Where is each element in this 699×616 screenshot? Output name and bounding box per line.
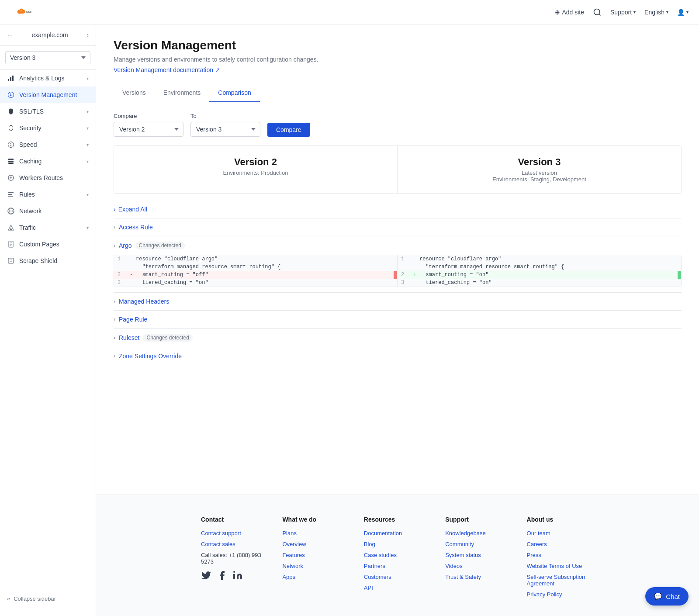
sidebar-item-network[interactable]: Network xyxy=(0,203,96,219)
linkedin-icon[interactable] xyxy=(232,570,243,581)
footer-link-press[interactable]: Press xyxy=(527,552,594,558)
sidebar: ← example.com › Version 1 Version 2 Vers… xyxy=(0,24,96,616)
version-columns: Version 2 Environments: Production Versi… xyxy=(114,145,682,194)
support-dropdown[interactable]: Support ▾ xyxy=(610,9,636,16)
footer-col-contact: Contact Contact support Contact sales Ca… xyxy=(201,516,268,602)
footer-link-api[interactable]: API xyxy=(364,585,431,591)
user-menu[interactable]: 👤 ▾ xyxy=(677,9,689,16)
sidebar-item-version-management[interactable]: Version Management xyxy=(0,87,96,103)
sidebar-item-workers-routes[interactable]: Workers Routes xyxy=(0,170,96,186)
footer-link-website-terms[interactable]: Website Terms of Use xyxy=(527,563,594,569)
ruleset-header[interactable]: › Ruleset Changes detected xyxy=(114,334,682,342)
doc-link[interactable]: Version Management documentation ↗ xyxy=(114,66,220,73)
footer-link-partners[interactable]: Partners xyxy=(364,563,431,569)
main-content: Version Management Manage versions and e… xyxy=(96,24,699,616)
footer-link-apps[interactable]: Apps xyxy=(282,574,350,580)
compare-button[interactable]: Compare xyxy=(267,123,310,137)
footer-grid: Contact Contact support Contact sales Ca… xyxy=(201,516,594,602)
tab-versions[interactable]: Versions xyxy=(114,84,155,102)
footer-link-our-team[interactable]: Our team xyxy=(527,530,594,536)
footer-link-system-status[interactable]: System status xyxy=(445,552,512,558)
sidebar-nav: Analytics & Logs ▾ Version Management SS… xyxy=(0,70,96,590)
footer-link-self-serve[interactable]: Self-serve Subscription Agreement xyxy=(527,574,594,587)
language-dropdown[interactable]: English ▾ xyxy=(644,9,668,16)
expand-all-row: › Expand All xyxy=(114,201,682,218)
version-select-dropdown[interactable]: Version 1 Version 2 Version 3 xyxy=(5,51,90,64)
ruleset-chevron-icon: › xyxy=(114,335,115,341)
analytics-chevron-icon: ▾ xyxy=(87,76,89,81)
footer-link-plans[interactable]: Plans xyxy=(282,530,350,536)
chat-button[interactable]: 💬 Chat xyxy=(645,587,689,606)
compare-to-select[interactable]: Version 1 Version 2 Version 3 xyxy=(190,122,260,137)
footer-link-documentation[interactable]: Documentation xyxy=(364,530,431,536)
user-icon: 👤 xyxy=(677,9,685,16)
sidebar-item-ssl-tls[interactable]: SSL/TLS ▾ xyxy=(0,103,96,120)
logo[interactable]: CLOUDFLARE xyxy=(10,5,31,19)
add-site-button[interactable]: ⊕ Add site xyxy=(555,9,584,16)
zone-settings-header[interactable]: › Zone Settings Override xyxy=(114,353,682,360)
sidebar-item-security[interactable]: Security ▾ xyxy=(0,120,96,136)
security-chevron-icon: ▾ xyxy=(87,126,89,131)
footer-link-trust-safety[interactable]: Trust & Safety xyxy=(445,574,512,580)
footer-link-knowledgebase[interactable]: Knowledgebase xyxy=(445,530,512,536)
compare-to-label: To xyxy=(190,113,260,119)
footer-link-overview[interactable]: Overview xyxy=(282,541,350,547)
footer-link-community[interactable]: Community xyxy=(445,541,512,547)
diff-line-removed: 2 - smart_routing = "off" xyxy=(114,271,397,279)
footer-link-features[interactable]: Features xyxy=(282,552,350,558)
collapse-sidebar-button[interactable]: « Collapse sidebar xyxy=(0,590,96,607)
footer-col-support: Support Knowledgebase Community System s… xyxy=(445,516,512,602)
tab-comparison[interactable]: Comparison xyxy=(209,84,260,102)
twitter-icon[interactable] xyxy=(201,570,211,581)
footer-col-what-we-do: What we do Plans Overview Features Netwo… xyxy=(282,516,350,602)
search-button[interactable] xyxy=(593,8,602,17)
sidebar-item-custom-pages[interactable]: Custom Pages xyxy=(0,236,96,253)
footer-link-case-studies[interactable]: Case studies xyxy=(364,552,431,558)
managed-headers-chevron-icon: › xyxy=(114,298,115,305)
page-rule-header[interactable]: › Page Rule xyxy=(114,316,682,323)
footer-link-privacy-policy[interactable]: Privacy Policy xyxy=(527,591,594,598)
expand-all-button[interactable]: › Expand All xyxy=(114,206,147,213)
comparison-item-zone-settings: › Zone Settings Override xyxy=(114,347,682,365)
svg-rect-7 xyxy=(8,161,14,163)
sidebar-item-traffic[interactable]: Traffic ▾ xyxy=(0,219,96,236)
svg-rect-8 xyxy=(8,163,14,164)
user-chevron-icon: ▾ xyxy=(686,10,689,14)
tabs: Versions Environments Comparison xyxy=(114,84,682,102)
footer-link-customers[interactable]: Customers xyxy=(364,574,431,580)
footer-link-contact-support[interactable]: Contact support xyxy=(201,530,268,536)
diff-removed-marker xyxy=(394,271,397,279)
svg-rect-3 xyxy=(8,79,9,81)
footer-link-blog[interactable]: Blog xyxy=(364,541,431,547)
tab-environments[interactable]: Environments xyxy=(155,84,210,102)
comparison-item-page-rule: › Page Rule xyxy=(114,311,682,329)
version-management-icon xyxy=(7,91,15,99)
access-rule-header[interactable]: › Access Rule xyxy=(114,224,682,231)
footer-link-network[interactable]: Network xyxy=(282,563,350,569)
footer-link-careers[interactable]: Careers xyxy=(527,541,594,547)
sidebar-item-caching[interactable]: Caching ▾ xyxy=(0,153,96,170)
compare-from-select[interactable]: Version 1 Version 2 Version 3 xyxy=(114,122,183,137)
diff-line: "terraform_managed_resource_smart_routin… xyxy=(398,263,681,271)
facebook-icon[interactable] xyxy=(217,570,227,581)
zone-settings-title: Zone Settings Override xyxy=(119,353,182,360)
argo-header[interactable]: › Argo Changes detected xyxy=(114,242,682,249)
sidebar-item-label-caching: Caching xyxy=(19,158,42,165)
argo-changes-badge: Changes detected xyxy=(135,242,185,249)
footer-link-videos[interactable]: Videos xyxy=(445,563,512,569)
compare-from-group: Compare Version 1 Version 2 Version 3 xyxy=(114,113,183,137)
sidebar-version-select: Version 1 Version 2 Version 3 xyxy=(0,46,96,70)
sidebar-item-rules[interactable]: Rules ▾ xyxy=(0,186,96,203)
sidebar-domain[interactable]: ← example.com › xyxy=(0,24,96,46)
social-icons xyxy=(201,570,268,581)
footer-contact-title: Contact xyxy=(201,516,268,523)
footer-call-sales: Call sales: +1 (888) 993 5273 xyxy=(201,552,268,565)
version-left-env: Environments: Production xyxy=(125,170,387,176)
sidebar-item-analytics[interactable]: Analytics & Logs ▾ xyxy=(0,70,96,87)
sidebar-item-scrape-shield[interactable]: Scrape Shield xyxy=(0,253,96,269)
sidebar-item-speed[interactable]: Speed ▾ xyxy=(0,136,96,153)
footer-link-contact-sales[interactable]: Contact sales xyxy=(201,541,268,547)
diff-right-col: 1 resource "cloudflare_argo" "terraform_… xyxy=(398,255,681,287)
managed-headers-header[interactable]: › Managed Headers xyxy=(114,298,682,305)
footer-col-resources: Resources Documentation Blog Case studie… xyxy=(364,516,431,602)
